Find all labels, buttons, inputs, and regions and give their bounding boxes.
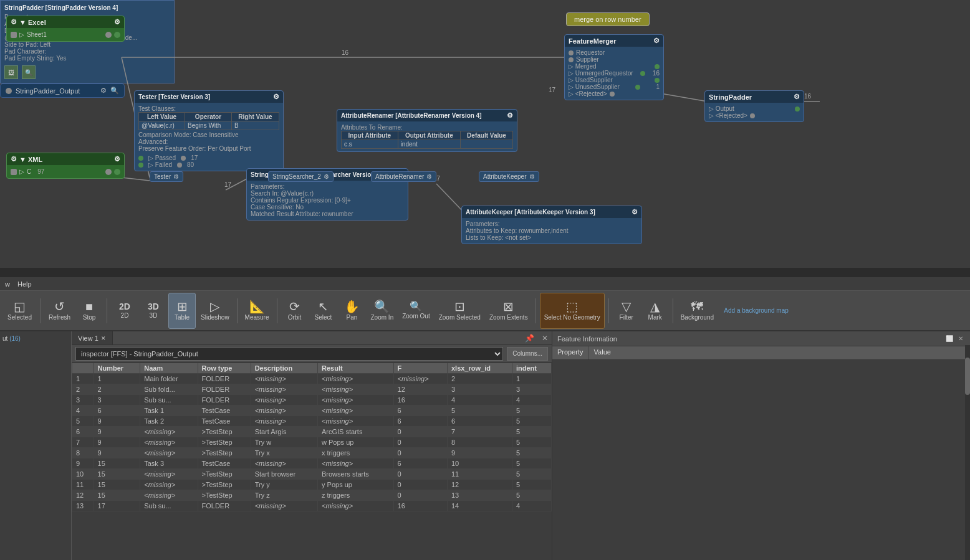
tab-close[interactable]: ✕ bbox=[101, 335, 106, 341]
zoom-extents-button[interactable]: ⊠ Zoom Extents bbox=[486, 293, 532, 329]
table-row[interactable]: 915Task 3TestCase<missing><missing>6105 bbox=[72, 458, 552, 469]
stringpadder-output-search[interactable]: 🔍 bbox=[110, 87, 119, 95]
selected-button[interactable]: ◱ Selected bbox=[2, 293, 37, 329]
mark-button[interactable]: ◮ Mark bbox=[641, 293, 669, 329]
left-panel-close[interactable]: ✕ bbox=[538, 334, 552, 343]
node-xml-body: ▷ C 97 bbox=[7, 165, 124, 178]
table-cell: 15 bbox=[94, 490, 140, 501]
node-xml[interactable]: ⚙ ▼ XML ⚙ ▷ C 97 bbox=[6, 153, 125, 179]
feature-info-close[interactable]: ✕ bbox=[956, 335, 965, 343]
select-no-geometry-button[interactable]: ⬚ Select No Geometry bbox=[540, 293, 605, 329]
table-cell: <missing> bbox=[251, 458, 317, 469]
right-panel-scrollbar[interactable] bbox=[965, 345, 970, 560]
filter-button[interactable]: ▽ Filter bbox=[613, 293, 640, 329]
table-cell: <missing> bbox=[318, 384, 394, 395]
stringpadder-output-label: StringPadder_Output bbox=[16, 87, 80, 95]
zoom-selected-label: Zoom Selected bbox=[439, 314, 481, 321]
tab-view1[interactable]: View 1 ✕ bbox=[72, 331, 113, 344]
node-featuremerger[interactable]: FeatureMerger ⚙ Requestor Supplier ▷ Mer… bbox=[564, 34, 664, 100]
right-panel-cols: Property Value bbox=[552, 346, 970, 360]
2d-button[interactable]: 2D 2D bbox=[111, 293, 138, 329]
node-excel-gear[interactable]: ⚙ bbox=[114, 18, 120, 26]
node-featuremerger-gear[interactable]: ⚙ bbox=[653, 37, 660, 45]
orbit-button[interactable]: ⟳ Orbit bbox=[281, 293, 309, 329]
table-row[interactable]: 1115<missing>>TestStepTry yy Pops up0125 bbox=[72, 480, 552, 490]
slideshow-button[interactable]: ▷ Slideshow bbox=[197, 293, 233, 329]
table-row[interactable]: 46Task 1TestCase<missing><missing>655 bbox=[72, 406, 552, 416]
table-row[interactable]: 69<missing>>TestStepStart ArgisArcGIS st… bbox=[72, 427, 552, 437]
feature-info-pin[interactable]: ⬜ bbox=[945, 335, 954, 343]
table-cell: 15 bbox=[94, 458, 140, 469]
table-cell: 9 bbox=[72, 458, 94, 469]
zoom-in-button[interactable]: 🔍 Zoom In bbox=[367, 293, 398, 329]
stringsearcher-transformer[interactable]: StringSearcher_2 ⚙ bbox=[268, 171, 334, 182]
attrkeeper-transformer[interactable]: AttributeKeeper ⚙ bbox=[479, 171, 539, 182]
table-row[interactable]: 1215<missing>>TestStepTry zz triggers013… bbox=[72, 490, 552, 501]
toolbar-sep-6 bbox=[608, 298, 609, 323]
table-cell: <missing> bbox=[318, 501, 394, 511]
table-cell: 7 bbox=[72, 437, 94, 448]
table-row[interactable]: 33Sub su...FOLDER<missing><missing>1644 bbox=[72, 395, 552, 406]
background-button[interactable]: 🗺 Background bbox=[677, 293, 718, 329]
columns-button[interactable]: Columns... bbox=[507, 347, 548, 361]
table-cell: Browsers starts bbox=[318, 469, 394, 480]
refresh-button[interactable]: ↺ Refresh bbox=[45, 293, 74, 329]
tester-transformer[interactable]: Tester ⚙ bbox=[150, 171, 183, 182]
table-cell: 6 bbox=[393, 416, 447, 427]
add-background-button[interactable]: Add a background map bbox=[719, 293, 794, 329]
left-panel-link[interactable]: (16) bbox=[9, 335, 21, 342]
node-tester-gear[interactable]: ⚙ bbox=[273, 93, 279, 101]
table-cell: FOLDER bbox=[198, 384, 251, 395]
node-attrrenamer-gear[interactable]: ⚙ bbox=[507, 112, 513, 120]
3d-button[interactable]: 3D 3D bbox=[140, 293, 167, 329]
node-xml-header: ⚙ ▼ XML ⚙ bbox=[7, 153, 124, 165]
node-stringpadder[interactable]: StringPadder ⚙ ▷ Output ▷ <Rejected> bbox=[704, 90, 804, 122]
node-attrkeeper[interactable]: AttributeKeeper [AttributeKeeper Version… bbox=[461, 206, 642, 244]
table-cell: <missing> bbox=[251, 395, 317, 406]
table-row[interactable]: 89<missing>>TestStepTry xx triggers095 bbox=[72, 448, 552, 458]
col-xlsxrowid: xlsx_row_id bbox=[447, 363, 512, 374]
table-cell: 9 bbox=[94, 416, 140, 427]
node-tester[interactable]: Tester [Tester Version 3] ⚙ Test Clauses… bbox=[134, 90, 284, 171]
table-row[interactable]: 1015<missing>>TestStepStart browserBrows… bbox=[72, 469, 552, 480]
node-stringpadder-output[interactable]: StringPadder_Output ⚙ 🔍 bbox=[0, 83, 125, 98]
table-scroll[interactable]: Number Naam Row type Description Result … bbox=[72, 363, 552, 545]
zoom-selected-button[interactable]: ⊡ Zoom Selected bbox=[435, 293, 484, 329]
node-excel-port-out1 bbox=[105, 32, 112, 38]
node-attrkeeper-gear[interactable]: ⚙ bbox=[631, 208, 638, 216]
table-row[interactable]: 1317Sub su...FOLDER<missing><missing>161… bbox=[72, 501, 552, 511]
table-row[interactable]: 79<missing>>TestStepTry ww Pops up085 bbox=[72, 437, 552, 448]
stop-button[interactable]: ■ Stop bbox=[75, 293, 103, 329]
table-cell: Task 2 bbox=[140, 416, 198, 427]
pan-button[interactable]: ✋ Pan bbox=[339, 293, 366, 329]
node-stringpadder-info: StringPadder [StringPadder Version 4] Pa… bbox=[0, 0, 175, 83]
menu-item-w[interactable]: w bbox=[5, 280, 10, 288]
canvas-area: 16 17 17 17 16 16 17 merge on row number… bbox=[0, 0, 970, 268]
zoom-out-button[interactable]: 🔍 Zoom Out bbox=[398, 293, 433, 329]
table-row[interactable]: 11Main folderFOLDER<missing><missing><mi… bbox=[72, 374, 552, 384]
node-xml-gear[interactable]: ⚙ bbox=[114, 155, 120, 163]
node-stringpadder-title: StringPadder bbox=[709, 93, 752, 101]
node-stringpadder-gear[interactable]: ⚙ bbox=[794, 93, 800, 101]
table-row[interactable]: 22Sub fold...FOLDER<missing><missing>123… bbox=[72, 384, 552, 395]
select-icon: ↖ bbox=[318, 300, 329, 313]
left-panel-pin[interactable]: 📌 bbox=[521, 334, 538, 343]
inspector-select[interactable]: inspector [FFS] - StringPadder_Output bbox=[75, 347, 503, 361]
table-cell: 5 bbox=[512, 458, 551, 469]
table-cell: 2 bbox=[447, 374, 512, 384]
node-attrrenamer[interactable]: AttributeRenamer [AttributeRenamer Versi… bbox=[337, 109, 517, 152]
select-button[interactable]: ↖ Select bbox=[310, 293, 337, 329]
node-excel[interactable]: ⚙ ▼ Excel ⚙ ▷ Sheet1 bbox=[6, 16, 125, 42]
table-cell: 1 bbox=[72, 374, 94, 384]
menu-item-help[interactable]: Help bbox=[17, 280, 32, 288]
table-button[interactable]: ⊞ Table bbox=[168, 293, 196, 329]
table-cell: 6 bbox=[94, 406, 140, 416]
feature-info-value-col: Value bbox=[589, 346, 970, 359]
table-row[interactable]: 59Task 2TestCase<missing><missing>665 bbox=[72, 416, 552, 427]
attrrenamer-transformer[interactable]: AttributeRenamer ⚙ bbox=[371, 171, 436, 182]
stringpadder-output-gear[interactable]: ⚙ bbox=[100, 87, 107, 95]
table-cell: Try z bbox=[251, 490, 317, 501]
measure-button[interactable]: 📐 Measure bbox=[241, 293, 273, 329]
merge-button[interactable]: merge on row number bbox=[566, 12, 650, 26]
right-panel-scrollbar-thumb[interactable] bbox=[965, 358, 970, 395]
